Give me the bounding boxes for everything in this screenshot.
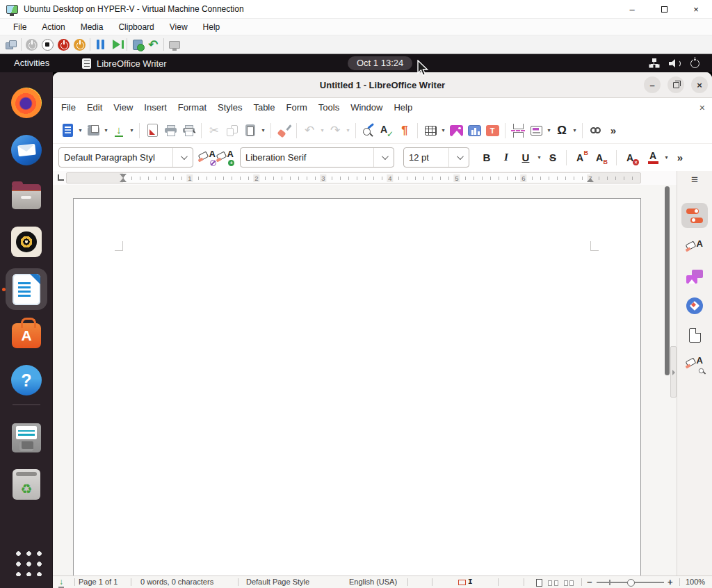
show-applications-button[interactable] bbox=[7, 541, 46, 580]
power-icon[interactable] bbox=[690, 59, 699, 68]
font-name-dropdown[interactable] bbox=[374, 155, 394, 160]
vm-save-button[interactable] bbox=[72, 37, 88, 52]
clone-formatting-button[interactable] bbox=[275, 122, 292, 140]
vm-menu-help[interactable]: Help bbox=[195, 19, 228, 35]
save-dropdown[interactable]: ▾ bbox=[128, 127, 136, 133]
font-size-combobox[interactable]: 12 pt bbox=[403, 147, 469, 168]
tab-stop-selector[interactable] bbox=[58, 174, 64, 181]
menu-insert[interactable]: Insert bbox=[138, 98, 172, 117]
insert-field-dropdown[interactable]: ▾ bbox=[545, 127, 553, 133]
paragraph-style-value[interactable]: Default Paragraph Styl bbox=[59, 148, 173, 167]
menu-form[interactable]: Form bbox=[280, 98, 312, 117]
insert-table-dropdown[interactable]: ▾ bbox=[439, 127, 447, 133]
dock-item-libreoffice-writer[interactable] bbox=[7, 270, 46, 309]
zoom-slider-handle[interactable] bbox=[627, 579, 635, 587]
print-button[interactable] bbox=[162, 122, 179, 140]
menu-format[interactable]: Format bbox=[172, 98, 212, 117]
insert-page-break-button[interactable] bbox=[510, 122, 526, 140]
dock-item-help[interactable]: ? bbox=[7, 361, 46, 400]
menu-tools[interactable]: Tools bbox=[313, 98, 345, 117]
dock-item-firefox[interactable] bbox=[7, 83, 46, 122]
font-name-combobox[interactable]: Liberation Serif bbox=[240, 147, 394, 168]
dock-item-floppy-drive[interactable] bbox=[7, 418, 46, 457]
save-status-icon[interactable]: ↓ bbox=[58, 577, 64, 588]
new-document-dropdown[interactable]: ▾ bbox=[76, 127, 84, 133]
zoom-out-button[interactable]: − bbox=[587, 576, 592, 588]
vm-shutdown-button[interactable] bbox=[56, 37, 72, 52]
close-document-button[interactable]: × bbox=[699, 98, 705, 117]
insert-special-character-button[interactable]: Ω bbox=[553, 122, 570, 140]
insert-mode-status[interactable]: I bbox=[458, 578, 473, 586]
vm-revert-button[interactable]: ↷ bbox=[145, 37, 161, 52]
page-number-status[interactable]: Page 1 of 1 bbox=[79, 576, 118, 588]
new-document-button[interactable] bbox=[59, 122, 76, 140]
sidebar-settings-button[interactable]: ≡ bbox=[677, 173, 712, 187]
zoom-level-status[interactable]: 100% bbox=[686, 576, 705, 588]
network-icon[interactable] bbox=[649, 58, 659, 68]
insert-hyperlink-button[interactable] bbox=[587, 122, 604, 140]
vm-pause-button[interactable] bbox=[92, 37, 108, 52]
font-color-button[interactable]: A bbox=[645, 149, 661, 167]
underline-dropdown[interactable]: ▾ bbox=[535, 154, 543, 161]
activities-button[interactable]: Activities bbox=[14, 54, 49, 72]
clock-button[interactable]: Oct 1 13:24 bbox=[348, 56, 412, 70]
menu-edit[interactable]: Edit bbox=[81, 98, 108, 117]
dock-item-trash[interactable]: ♻ bbox=[7, 465, 46, 504]
writer-close-button[interactable]: × bbox=[691, 76, 708, 93]
vm-turnoff-button[interactable] bbox=[40, 37, 56, 52]
special-character-dropdown[interactable]: ▾ bbox=[571, 127, 578, 133]
vm-menu-file[interactable]: File bbox=[6, 19, 34, 35]
italic-button[interactable]: I bbox=[499, 149, 514, 167]
formatting-marks-button[interactable]: ¶ bbox=[396, 122, 413, 140]
writer-restore-button[interactable] bbox=[668, 76, 684, 93]
open-dropdown[interactable]: ▾ bbox=[102, 127, 110, 133]
clear-formatting-button[interactable]: A× bbox=[622, 149, 638, 167]
find-replace-button[interactable] bbox=[360, 122, 377, 140]
insert-image-button[interactable] bbox=[448, 122, 464, 140]
sidebar-tab-navigator[interactable] bbox=[681, 293, 708, 318]
sidebar-tab-styles[interactable]: A bbox=[681, 235, 708, 260]
vm-menu-clipboard[interactable]: Clipboard bbox=[111, 19, 161, 35]
right-indent-marker[interactable] bbox=[587, 178, 594, 182]
left-indent-marker[interactable] bbox=[120, 178, 127, 182]
menu-window[interactable]: Window bbox=[345, 98, 388, 117]
menu-view[interactable]: View bbox=[108, 98, 138, 117]
vm-menu-action[interactable]: Action bbox=[34, 19, 72, 35]
page-style-status[interactable]: Default Page Style bbox=[246, 576, 309, 588]
dock-item-rhythmbox[interactable] bbox=[7, 222, 46, 261]
book-view-button[interactable] bbox=[564, 580, 568, 586]
language-status[interactable]: English (USA) bbox=[349, 576, 397, 588]
vm-menu-view[interactable]: View bbox=[162, 19, 195, 35]
vertical-scrollbar[interactable] bbox=[665, 186, 670, 375]
toolbar-overflow-button[interactable]: » bbox=[605, 122, 622, 140]
document-page[interactable] bbox=[73, 198, 641, 575]
menu-help[interactable]: Help bbox=[388, 98, 418, 117]
update-style-button[interactable]: A bbox=[199, 149, 216, 167]
menu-styles[interactable]: Styles bbox=[212, 98, 248, 117]
system-status-area[interactable] bbox=[649, 54, 699, 72]
multi-page-view-button[interactable] bbox=[548, 580, 552, 586]
single-page-view-button[interactable] bbox=[536, 579, 542, 587]
new-style-button[interactable]: A+ bbox=[217, 149, 234, 167]
paragraph-style-combobox[interactable]: Default Paragraph Styl bbox=[58, 147, 193, 168]
font-size-value[interactable]: 12 pt bbox=[404, 148, 449, 167]
font-name-value[interactable]: Liberation Serif bbox=[241, 148, 374, 167]
dock-item-files[interactable] bbox=[7, 177, 46, 216]
sidebar-tab-style-inspector[interactable]: A bbox=[681, 352, 708, 377]
bold-button[interactable]: B bbox=[479, 149, 494, 167]
vm-checkpoint-button[interactable] bbox=[129, 37, 145, 52]
font-size-dropdown[interactable] bbox=[449, 155, 469, 160]
underline-button[interactable]: U bbox=[518, 149, 533, 167]
word-count-status[interactable]: 0 words, 0 characters bbox=[140, 576, 213, 588]
font-color-dropdown[interactable]: ▾ bbox=[663, 154, 670, 161]
paragraph-style-dropdown[interactable] bbox=[173, 155, 193, 160]
volume-icon[interactable] bbox=[669, 58, 681, 68]
sidebar-tab-properties[interactable] bbox=[681, 203, 708, 228]
zoom-in-button[interactable]: + bbox=[668, 576, 673, 588]
paste-button[interactable] bbox=[242, 122, 259, 140]
ctrl-alt-del-button[interactable] bbox=[3, 37, 19, 52]
sidebar-tab-page[interactable] bbox=[681, 322, 708, 348]
sidebar-hide-handle[interactable] bbox=[670, 346, 677, 398]
dock-item-thunderbird[interactable] bbox=[7, 131, 46, 170]
export-pdf-button[interactable] bbox=[144, 122, 161, 140]
